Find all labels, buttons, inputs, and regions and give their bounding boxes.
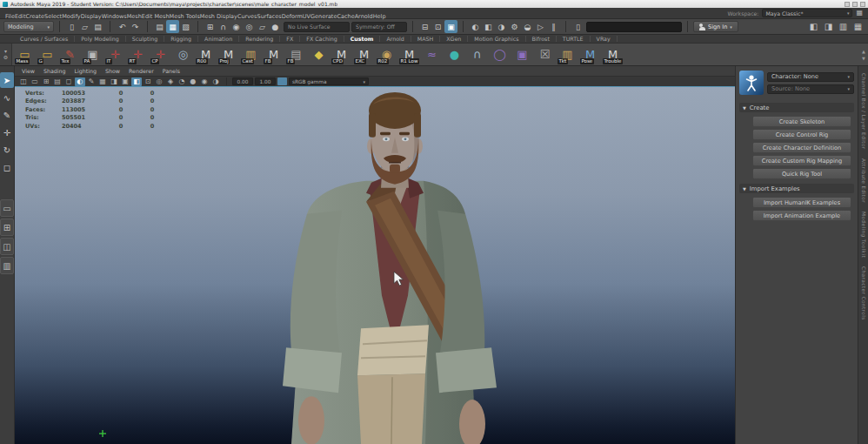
snap-to-curves-icon[interactable]: ∩ bbox=[217, 20, 230, 33]
panel-layout-toggle-icon[interactable]: ▯ bbox=[571, 20, 584, 33]
menu-item[interactable]: Mesh bbox=[127, 13, 142, 20]
workspace-options-icon[interactable]: ▦ bbox=[856, 10, 863, 17]
save-scene-icon[interactable]: ▤ bbox=[91, 20, 104, 33]
shelf-button[interactable]: ✛ CP bbox=[150, 44, 171, 65]
shelf-button[interactable]: ▤ FB bbox=[285, 44, 307, 65]
character-controls-button[interactable]: Create Character Definition bbox=[752, 142, 851, 153]
grease-pencil-icon[interactable]: ✎ bbox=[86, 77, 97, 86]
shelf-button[interactable]: ◆ bbox=[308, 44, 330, 65]
menu-item[interactable]: Edit Mesh bbox=[142, 13, 170, 20]
shelf-button[interactable]: ▥ Cast bbox=[240, 44, 262, 65]
shelf-tab[interactable]: FX bbox=[280, 36, 300, 42]
film-gate-icon[interactable]: ◨ bbox=[109, 77, 119, 86]
shelf-button[interactable]: ▥ Tkt bbox=[557, 44, 578, 65]
sign-in-button[interactable]: Sign In ▾ bbox=[693, 21, 738, 32]
shelf-tab[interactable]: TURTLE bbox=[557, 36, 591, 42]
shelf-button[interactable]: ▭ G bbox=[37, 44, 58, 65]
shelf-tab[interactable]: XGen bbox=[440, 36, 468, 42]
shelf-button[interactable]: ▭ Mass bbox=[14, 44, 36, 65]
shelf-button[interactable]: ✎ Tex bbox=[59, 44, 81, 65]
menu-item[interactable]: Generate bbox=[310, 13, 337, 20]
symmetry-field[interactable]: Symmetry: Off bbox=[351, 22, 407, 32]
menu-item[interactable]: Cache bbox=[337, 13, 354, 20]
ipr-render-icon[interactable]: ◑ bbox=[495, 20, 508, 33]
select-camera-icon[interactable]: ◫ bbox=[18, 77, 29, 86]
tool-button[interactable]: ➤ bbox=[0, 72, 14, 88]
field-chart-icon[interactable]: ⊡ bbox=[143, 77, 153, 86]
shelf-scroll-up-icon[interactable]: ▲ bbox=[862, 49, 865, 54]
outputs-from-selected-icon[interactable]: ⊡ bbox=[431, 20, 444, 33]
channel-box-icon[interactable]: ▦ bbox=[851, 20, 865, 33]
shelf-tab[interactable]: Motion Graphics bbox=[468, 36, 525, 42]
tool-button[interactable]: ✎ bbox=[0, 107, 14, 123]
shelf-tab[interactable]: Curves / Surfaces bbox=[14, 36, 75, 42]
shelf-button[interactable]: ☒ bbox=[534, 44, 556, 65]
layout-button[interactable]: ⊞ bbox=[0, 219, 14, 236]
menu-item[interactable]: Display bbox=[81, 13, 102, 20]
menu-item[interactable]: Help bbox=[373, 13, 386, 20]
shelf-button[interactable]: M R1 Low bbox=[398, 44, 420, 65]
menu-item[interactable]: Curves bbox=[237, 13, 257, 20]
command-input[interactable] bbox=[586, 22, 682, 32]
sidebar-vertical-tab[interactable]: Character Controls bbox=[861, 266, 866, 320]
inputs-to-selected-icon[interactable]: ⊟ bbox=[418, 20, 431, 33]
hierarchy-mode-icon[interactable]: ▤ bbox=[153, 20, 166, 33]
minimize-button[interactable] bbox=[845, 2, 850, 7]
render-settings-icon[interactable]: ⚙ bbox=[508, 20, 521, 33]
layout-button[interactable]: ▥ bbox=[0, 257, 14, 274]
viewport[interactable]: Verts: 100053 0 0 Edges: 203887 0 0 Face… bbox=[15, 86, 735, 444]
sidebar-vertical-tab[interactable]: Attribute Editor bbox=[861, 158, 866, 203]
panel-menu-item[interactable]: Panels bbox=[163, 68, 180, 74]
character-controls-button[interactable]: Import Animation Example bbox=[752, 210, 851, 221]
grid-icon[interactable]: ▦ bbox=[97, 77, 108, 86]
shelf-tab[interactable]: Animation bbox=[198, 36, 239, 42]
shelf-tab[interactable]: Arnold bbox=[380, 36, 411, 42]
bookmarks-icon[interactable]: ▤ bbox=[52, 77, 63, 86]
lock-camera-icon[interactable]: ▭ bbox=[30, 77, 40, 86]
attribute-editor-icon[interactable]: ▥ bbox=[837, 20, 850, 33]
section-header-create[interactable]: ▼ Create bbox=[739, 103, 854, 112]
safe-title-icon[interactable]: ◈ bbox=[165, 77, 176, 86]
panel-menu-item[interactable]: View bbox=[22, 68, 35, 74]
menu-item[interactable]: Modify bbox=[62, 13, 81, 20]
safe-action-icon[interactable]: ◎ bbox=[154, 77, 164, 86]
panel-menu-item[interactable]: Shading bbox=[43, 68, 66, 74]
character-controls-button[interactable]: Import HumanIK Examples bbox=[752, 197, 851, 208]
shelf-tab[interactable]: Rendering bbox=[239, 36, 280, 42]
panel-menu-item[interactable]: Show bbox=[105, 68, 120, 74]
wireframe-icon[interactable]: ◔ bbox=[177, 77, 187, 86]
shelf-tab[interactable]: MASH bbox=[411, 36, 440, 42]
menu-item[interactable]: Arnold bbox=[355, 13, 373, 20]
tool-button[interactable]: ◻ bbox=[0, 159, 14, 175]
character-controls-button[interactable]: Create Custom Rig Mapping bbox=[752, 155, 851, 166]
layout-button[interactable]: ▭ bbox=[0, 199, 14, 217]
tool-button[interactable]: ∿ bbox=[0, 90, 14, 105]
shelf-button[interactable]: ◎ bbox=[172, 44, 194, 65]
source-selector[interactable]: Source: None ▾ bbox=[767, 84, 854, 94]
close-button[interactable] bbox=[860, 2, 865, 7]
open-render-view-icon[interactable]: ◐ bbox=[469, 20, 482, 33]
menu-item[interactable]: Deform bbox=[282, 13, 303, 20]
resolution-gate-icon[interactable]: ▣ bbox=[120, 77, 130, 86]
snap-to-points-icon[interactable]: ◉ bbox=[230, 20, 243, 33]
shaded-icon[interactable]: ● bbox=[188, 77, 198, 86]
make-live-icon[interactable]: ● bbox=[269, 20, 282, 33]
menu-item[interactable]: Mesh Tools bbox=[170, 13, 200, 20]
menu-item[interactable]: Edit bbox=[15, 13, 26, 20]
gamma-field[interactable]: 1.00 bbox=[255, 77, 276, 85]
lights-icon[interactable]: ◑ bbox=[210, 77, 221, 86]
shelf-button[interactable]: M Pose bbox=[579, 44, 601, 65]
color-management-icon[interactable] bbox=[277, 77, 287, 85]
shelf-button[interactable]: ▣ PA bbox=[82, 44, 103, 65]
sidebar-vertical-tab[interactable]: Modeling Toolkit bbox=[861, 212, 866, 258]
modeling-toolkit-icon[interactable]: ◧ bbox=[807, 20, 820, 33]
shelf-tab[interactable]: FX Caching bbox=[300, 36, 344, 42]
menu-item[interactable]: Select bbox=[44, 13, 62, 20]
shelf-button[interactable]: ∩ bbox=[466, 44, 488, 65]
live-surface-field[interactable]: No Live Surface bbox=[284, 22, 350, 32]
construction-history-icon[interactable]: ▣ bbox=[444, 20, 457, 33]
menu-item[interactable]: UV bbox=[303, 13, 310, 20]
character-controls-icon[interactable]: ◨ bbox=[822, 20, 835, 33]
object-mode-icon[interactable]: ▦ bbox=[166, 20, 179, 33]
shelf-button[interactable]: ● bbox=[444, 44, 465, 65]
